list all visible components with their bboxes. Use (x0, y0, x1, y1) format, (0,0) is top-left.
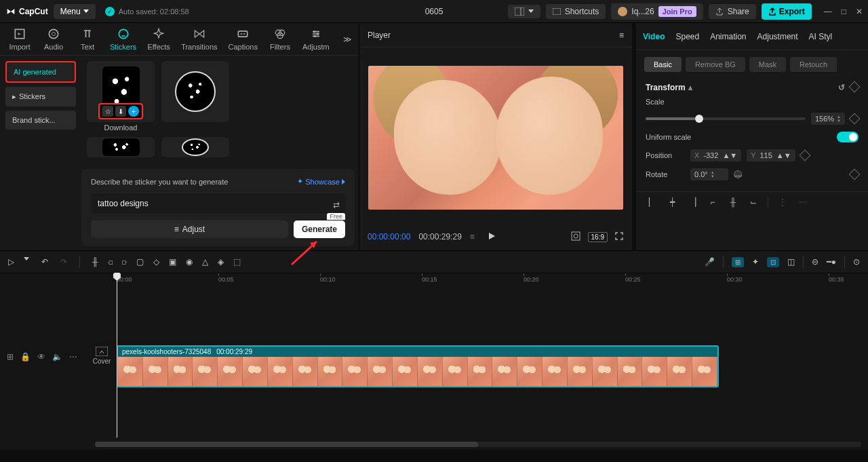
track-mute-icon[interactable]: 🔈 (52, 352, 62, 362)
undo-button[interactable]: ↶ (41, 257, 48, 267)
align-right-icon[interactable]: ▕ (686, 197, 698, 207)
close-button[interactable]: ✕ (856, 7, 863, 16)
crop-preview-icon[interactable] (570, 231, 581, 244)
align-center-v-icon[interactable]: ╫ (727, 197, 739, 207)
showcase-link[interactable]: ✦Showcase (297, 177, 345, 186)
mark-tool[interactable]: ◇ (153, 257, 159, 267)
tab-text[interactable]: Text (71, 24, 104, 54)
keyframe-icon[interactable] (849, 81, 861, 93)
mic-icon[interactable]: 🎤 (705, 257, 715, 267)
position-y-input[interactable]: Y115▲▼ (747, 149, 795, 161)
aspect-ratio-button[interactable] (508, 5, 540, 18)
tab-filters[interactable]: Filters (263, 24, 297, 54)
reset-icon[interactable]: ↺ (838, 83, 845, 92)
tab-import[interactable]: Import (3, 24, 37, 54)
timeline-settings[interactable]: ⊙ (853, 257, 860, 267)
insp-tab-animation[interactable]: Animation (710, 32, 746, 41)
align-center-h-icon[interactable]: ┿ (666, 197, 678, 207)
track-visibility-icon[interactable]: 👁 (37, 352, 45, 362)
magnet-mode[interactable]: ⊞ (732, 257, 744, 267)
link-mode[interactable]: ✦ (752, 257, 759, 267)
track-lock-icon[interactable]: 🔒 (20, 352, 31, 362)
tabs-overflow[interactable]: ≫ (339, 35, 356, 44)
trim-right-tool[interactable]: ⟥ (122, 257, 127, 267)
player-menu-icon[interactable]: ≡ (619, 31, 624, 40)
insp-tab-speed[interactable]: Speed (675, 32, 699, 41)
insp-tab-ai[interactable]: AI Styl (809, 32, 833, 41)
crop-tool[interactable]: ⬚ (233, 257, 241, 267)
video-clip[interactable]: pexels-koolshooters-7325048 00:00:29:29 (117, 345, 719, 387)
tab-captions[interactable]: Captions (223, 24, 263, 54)
menu-button[interactable]: Menu (54, 4, 96, 19)
sidebar-ai-generated[interactable]: AI generated (5, 61, 76, 83)
video-preview[interactable] (368, 66, 623, 210)
split-tool[interactable]: ╫ (92, 257, 98, 267)
subtab-retouch[interactable]: Retouch (790, 57, 837, 72)
record-tool[interactable]: ◉ (186, 257, 193, 267)
favorite-icon[interactable]: ☆ (102, 106, 113, 117)
zoom-out[interactable]: ⊖ (812, 257, 818, 267)
minimize-button[interactable]: — (824, 7, 832, 16)
shuffle-icon[interactable]: ⇄ (333, 200, 340, 210)
collapse-icon[interactable]: ▴ (688, 83, 692, 92)
aspect-ratio-display[interactable]: 16:9 (588, 232, 608, 242)
tab-stickers[interactable]: Stickers (104, 24, 142, 54)
sidebar-brand-stickers[interactable]: Brand stick... (5, 111, 76, 130)
tab-transitions[interactable]: Transitions (176, 24, 222, 54)
subtab-basic[interactable]: Basic (644, 57, 682, 72)
sidebar-stickers[interactable]: ▸Stickers (5, 87, 76, 107)
track-add-icon[interactable]: ⊞ (7, 352, 14, 362)
tab-effects[interactable]: Effects (142, 24, 176, 54)
position-keyframe[interactable] (799, 150, 810, 161)
scale-slider[interactable] (646, 117, 806, 120)
sticker-thumb-2[interactable] (161, 61, 229, 122)
fullscreen-icon[interactable] (614, 231, 624, 243)
join-pro-badge[interactable]: Join Pro (658, 6, 696, 17)
scale-keyframe[interactable] (849, 113, 861, 125)
track-more-icon[interactable]: ⋯ (69, 352, 77, 362)
tab-adjustment[interactable]: Adjustm (297, 24, 335, 54)
share-button[interactable]: Share (709, 4, 756, 19)
subtab-remove-bg[interactable]: Remove BG (686, 57, 745, 72)
selection-tool[interactable]: ▷ (8, 257, 14, 267)
sticker-thumb-1[interactable]: ☆ ⬇ + (87, 61, 155, 122)
play-button[interactable] (487, 231, 496, 243)
download-icon[interactable]: ⬇ (115, 106, 126, 117)
insp-tab-adjustment[interactable]: Adjustment (757, 32, 798, 41)
sticker-thumb-3[interactable] (87, 137, 155, 157)
rotate-tool[interactable]: ◈ (218, 257, 224, 267)
group-tool[interactable]: ▣ (169, 257, 176, 267)
timeline[interactable]: 00:00 00:05 00:10 00:15 00:20 00:25 00:3… (0, 273, 868, 450)
insp-tab-video[interactable]: Video (643, 32, 665, 41)
snap-mode[interactable]: ⊡ (767, 257, 779, 267)
tool-dropdown[interactable] (24, 257, 29, 261)
export-button[interactable]: Export (762, 3, 812, 20)
generate-prompt-input[interactable] (98, 199, 338, 208)
generate-button[interactable]: Generate (294, 220, 345, 238)
scale-value[interactable]: 156%▲▼ (811, 113, 845, 125)
time-ruler[interactable]: 00:00 00:05 00:10 00:15 00:20 00:25 00:3… (95, 273, 868, 287)
shortcuts-button[interactable]: Shortcuts (546, 4, 606, 19)
subtab-mask[interactable]: Mask (749, 57, 786, 72)
uniform-scale-toggle[interactable] (837, 132, 859, 142)
align-left-icon[interactable]: ▏ (646, 197, 658, 207)
list-view-icon[interactable]: ≡ (470, 232, 475, 242)
align-bottom-icon[interactable]: ⌙ (747, 197, 760, 207)
add-to-timeline-icon[interactable]: + (128, 106, 139, 117)
preview-mode[interactable]: ◫ (787, 257, 795, 267)
tab-audio[interactable]: Audio (37, 24, 71, 54)
playhead[interactable] (117, 273, 117, 438)
sticker-thumb-4[interactable] (161, 137, 229, 157)
position-x-input[interactable]: X-332▲▼ (690, 149, 741, 161)
delete-tool[interactable]: ▢ (136, 257, 144, 267)
timeline-scrollbar[interactable] (95, 442, 861, 447)
adjust-button[interactable]: ≡Adjust (91, 220, 288, 238)
align-top-icon[interactable]: ⌐ (707, 197, 719, 207)
rotate-value[interactable]: 0.0°▲▼ (690, 168, 728, 180)
maximize-button[interactable]: □ (842, 7, 846, 16)
zoom-slider[interactable]: ━● (827, 257, 836, 267)
rotate-keyframe[interactable] (849, 169, 861, 180)
mirror-tool[interactable]: △ (202, 257, 208, 267)
trim-left-tool[interactable]: ⟤ (108, 257, 113, 267)
cover-button[interactable]: Cover (90, 347, 114, 365)
